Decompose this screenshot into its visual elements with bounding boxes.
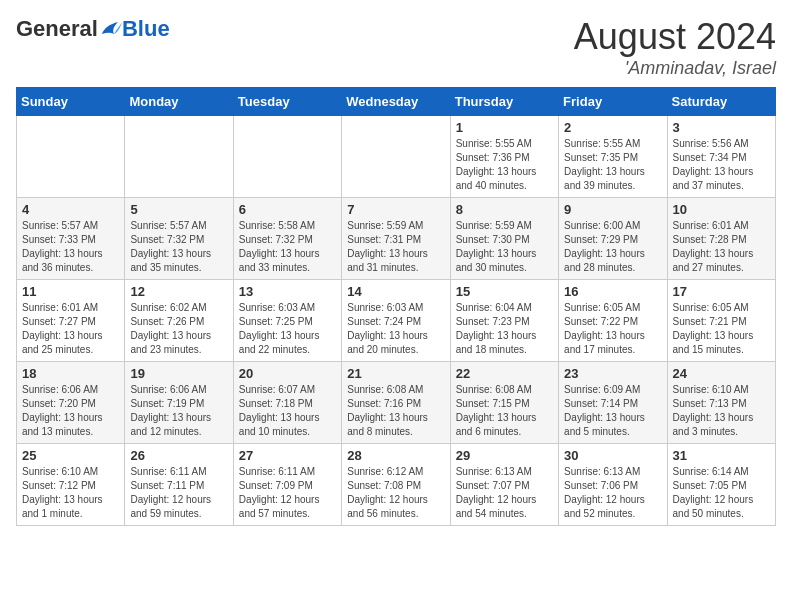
- calendar-cell: 31Sunrise: 6:14 AM Sunset: 7:05 PM Dayli…: [667, 444, 775, 526]
- logo-text: General Blue: [16, 16, 170, 42]
- day-info: Sunrise: 6:10 AM Sunset: 7:13 PM Dayligh…: [673, 383, 770, 439]
- day-number: 14: [347, 284, 444, 299]
- day-number: 18: [22, 366, 119, 381]
- day-info: Sunrise: 5:59 AM Sunset: 7:30 PM Dayligh…: [456, 219, 553, 275]
- day-info: Sunrise: 6:03 AM Sunset: 7:24 PM Dayligh…: [347, 301, 444, 357]
- day-number: 5: [130, 202, 227, 217]
- day-header-sunday: Sunday: [17, 88, 125, 116]
- week-row-3: 11Sunrise: 6:01 AM Sunset: 7:27 PM Dayli…: [17, 280, 776, 362]
- day-number: 23: [564, 366, 661, 381]
- calendar-cell: 29Sunrise: 6:13 AM Sunset: 7:07 PM Dayli…: [450, 444, 558, 526]
- calendar-cell: 24Sunrise: 6:10 AM Sunset: 7:13 PM Dayli…: [667, 362, 775, 444]
- day-info: Sunrise: 6:06 AM Sunset: 7:20 PM Dayligh…: [22, 383, 119, 439]
- day-number: 13: [239, 284, 336, 299]
- day-info: Sunrise: 6:11 AM Sunset: 7:09 PM Dayligh…: [239, 465, 336, 521]
- day-info: Sunrise: 6:04 AM Sunset: 7:23 PM Dayligh…: [456, 301, 553, 357]
- day-number: 25: [22, 448, 119, 463]
- day-number: 11: [22, 284, 119, 299]
- calendar-table: SundayMondayTuesdayWednesdayThursdayFrid…: [16, 87, 776, 526]
- calendar-cell: 23Sunrise: 6:09 AM Sunset: 7:14 PM Dayli…: [559, 362, 667, 444]
- day-number: 9: [564, 202, 661, 217]
- calendar-cell: 27Sunrise: 6:11 AM Sunset: 7:09 PM Dayli…: [233, 444, 341, 526]
- month-year: August 2024: [574, 16, 776, 58]
- day-number: 29: [456, 448, 553, 463]
- day-info: Sunrise: 6:01 AM Sunset: 7:28 PM Dayligh…: [673, 219, 770, 275]
- calendar-cell: [125, 116, 233, 198]
- calendar-cell: [233, 116, 341, 198]
- logo-blue: Blue: [122, 16, 170, 42]
- week-row-1: 1Sunrise: 5:55 AM Sunset: 7:36 PM Daylig…: [17, 116, 776, 198]
- calendar-cell: 5Sunrise: 5:57 AM Sunset: 7:32 PM Daylig…: [125, 198, 233, 280]
- calendar-cell: 20Sunrise: 6:07 AM Sunset: 7:18 PM Dayli…: [233, 362, 341, 444]
- day-info: Sunrise: 5:55 AM Sunset: 7:36 PM Dayligh…: [456, 137, 553, 193]
- calendar-cell: 18Sunrise: 6:06 AM Sunset: 7:20 PM Dayli…: [17, 362, 125, 444]
- logo-bird-icon: [100, 20, 122, 38]
- calendar-cell: 10Sunrise: 6:01 AM Sunset: 7:28 PM Dayli…: [667, 198, 775, 280]
- calendar-cell: 9Sunrise: 6:00 AM Sunset: 7:29 PM Daylig…: [559, 198, 667, 280]
- calendar-cell: [17, 116, 125, 198]
- day-number: 12: [130, 284, 227, 299]
- day-number: 31: [673, 448, 770, 463]
- day-number: 20: [239, 366, 336, 381]
- day-info: Sunrise: 6:14 AM Sunset: 7:05 PM Dayligh…: [673, 465, 770, 521]
- calendar-cell: 26Sunrise: 6:11 AM Sunset: 7:11 PM Dayli…: [125, 444, 233, 526]
- day-number: 8: [456, 202, 553, 217]
- day-info: Sunrise: 6:06 AM Sunset: 7:19 PM Dayligh…: [130, 383, 227, 439]
- day-number: 4: [22, 202, 119, 217]
- calendar-cell: 15Sunrise: 6:04 AM Sunset: 7:23 PM Dayli…: [450, 280, 558, 362]
- calendar-cell: 30Sunrise: 6:13 AM Sunset: 7:06 PM Dayli…: [559, 444, 667, 526]
- day-header-wednesday: Wednesday: [342, 88, 450, 116]
- calendar-cell: 21Sunrise: 6:08 AM Sunset: 7:16 PM Dayli…: [342, 362, 450, 444]
- page-header: General Blue August 2024 'Amminadav, Isr…: [16, 16, 776, 79]
- day-info: Sunrise: 6:01 AM Sunset: 7:27 PM Dayligh…: [22, 301, 119, 357]
- day-info: Sunrise: 6:08 AM Sunset: 7:16 PM Dayligh…: [347, 383, 444, 439]
- day-header-thursday: Thursday: [450, 88, 558, 116]
- calendar-cell: 22Sunrise: 6:08 AM Sunset: 7:15 PM Dayli…: [450, 362, 558, 444]
- day-header-monday: Monday: [125, 88, 233, 116]
- calendar-cell: 1Sunrise: 5:55 AM Sunset: 7:36 PM Daylig…: [450, 116, 558, 198]
- week-row-5: 25Sunrise: 6:10 AM Sunset: 7:12 PM Dayli…: [17, 444, 776, 526]
- calendar-cell: 12Sunrise: 6:02 AM Sunset: 7:26 PM Dayli…: [125, 280, 233, 362]
- calendar-cell: 3Sunrise: 5:56 AM Sunset: 7:34 PM Daylig…: [667, 116, 775, 198]
- day-info: Sunrise: 6:13 AM Sunset: 7:07 PM Dayligh…: [456, 465, 553, 521]
- calendar-cell: [342, 116, 450, 198]
- calendar-cell: 8Sunrise: 5:59 AM Sunset: 7:30 PM Daylig…: [450, 198, 558, 280]
- calendar-cell: 14Sunrise: 6:03 AM Sunset: 7:24 PM Dayli…: [342, 280, 450, 362]
- calendar-cell: 16Sunrise: 6:05 AM Sunset: 7:22 PM Dayli…: [559, 280, 667, 362]
- calendar-cell: 7Sunrise: 5:59 AM Sunset: 7:31 PM Daylig…: [342, 198, 450, 280]
- day-header-friday: Friday: [559, 88, 667, 116]
- day-number: 10: [673, 202, 770, 217]
- day-number: 2: [564, 120, 661, 135]
- day-header-tuesday: Tuesday: [233, 88, 341, 116]
- calendar-cell: 13Sunrise: 6:03 AM Sunset: 7:25 PM Dayli…: [233, 280, 341, 362]
- logo-general: General: [16, 16, 98, 42]
- day-number: 17: [673, 284, 770, 299]
- day-info: Sunrise: 5:57 AM Sunset: 7:32 PM Dayligh…: [130, 219, 227, 275]
- day-info: Sunrise: 6:02 AM Sunset: 7:26 PM Dayligh…: [130, 301, 227, 357]
- day-number: 28: [347, 448, 444, 463]
- day-number: 1: [456, 120, 553, 135]
- day-info: Sunrise: 6:13 AM Sunset: 7:06 PM Dayligh…: [564, 465, 661, 521]
- day-number: 6: [239, 202, 336, 217]
- day-number: 21: [347, 366, 444, 381]
- day-number: 27: [239, 448, 336, 463]
- day-number: 3: [673, 120, 770, 135]
- day-info: Sunrise: 6:03 AM Sunset: 7:25 PM Dayligh…: [239, 301, 336, 357]
- day-info: Sunrise: 6:07 AM Sunset: 7:18 PM Dayligh…: [239, 383, 336, 439]
- calendar-cell: 28Sunrise: 6:12 AM Sunset: 7:08 PM Dayli…: [342, 444, 450, 526]
- day-info: Sunrise: 6:10 AM Sunset: 7:12 PM Dayligh…: [22, 465, 119, 521]
- day-info: Sunrise: 6:05 AM Sunset: 7:22 PM Dayligh…: [564, 301, 661, 357]
- day-info: Sunrise: 5:57 AM Sunset: 7:33 PM Dayligh…: [22, 219, 119, 275]
- logo: General Blue: [16, 16, 170, 42]
- day-info: Sunrise: 6:00 AM Sunset: 7:29 PM Dayligh…: [564, 219, 661, 275]
- calendar-cell: 17Sunrise: 6:05 AM Sunset: 7:21 PM Dayli…: [667, 280, 775, 362]
- calendar-cell: 11Sunrise: 6:01 AM Sunset: 7:27 PM Dayli…: [17, 280, 125, 362]
- day-info: Sunrise: 5:58 AM Sunset: 7:32 PM Dayligh…: [239, 219, 336, 275]
- day-number: 30: [564, 448, 661, 463]
- day-number: 7: [347, 202, 444, 217]
- day-info: Sunrise: 5:56 AM Sunset: 7:34 PM Dayligh…: [673, 137, 770, 193]
- day-info: Sunrise: 6:11 AM Sunset: 7:11 PM Dayligh…: [130, 465, 227, 521]
- day-number: 15: [456, 284, 553, 299]
- day-number: 22: [456, 366, 553, 381]
- calendar-cell: 6Sunrise: 5:58 AM Sunset: 7:32 PM Daylig…: [233, 198, 341, 280]
